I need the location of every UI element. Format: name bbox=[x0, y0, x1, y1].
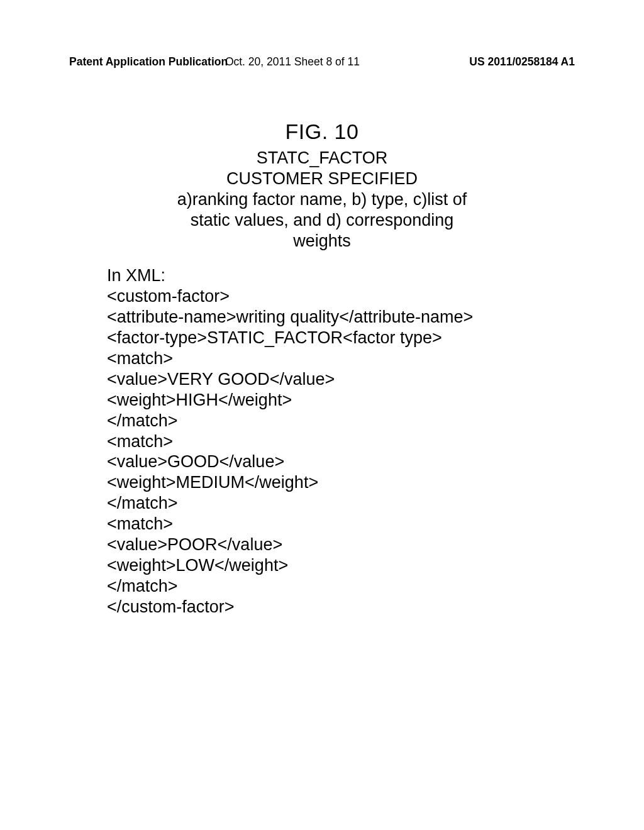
xml-line: <weight>LOW</weight> bbox=[107, 555, 473, 576]
xml-line: <attribute-name>writing quality</attribu… bbox=[107, 307, 473, 328]
xml-line: <custom-factor> bbox=[107, 286, 473, 307]
subtitle-line-1: STATC_FACTOR bbox=[0, 148, 644, 169]
figure-title: FIG. 10 bbox=[0, 119, 644, 144]
header-date-sheet: Oct. 20, 2011 Sheet 8 of 11 bbox=[225, 55, 360, 69]
subtitle-line-2: CUSTOMER SPECIFIED bbox=[0, 169, 644, 189]
subtitle-line-5: weights bbox=[0, 231, 644, 252]
xml-line: <weight>HIGH</weight> bbox=[107, 390, 473, 411]
figure-heading-block: FIG. 10 STATC_FACTOR CUSTOMER SPECIFIED … bbox=[0, 119, 644, 269]
header-publication-label: Patent Application Publication bbox=[69, 55, 228, 69]
subtitle-line-3: a)ranking factor name, b) type, c)list o… bbox=[0, 189, 644, 210]
page-header: Patent Application Publication Oct. 20, … bbox=[0, 55, 644, 69]
xml-line: <value>GOOD</value> bbox=[107, 451, 473, 472]
xml-line: </match> bbox=[107, 576, 473, 597]
figure-subtitle-block: STATC_FACTOR CUSTOMER SPECIFIED a)rankin… bbox=[0, 148, 644, 252]
xml-line: </match> bbox=[107, 493, 473, 514]
xml-line: <match> bbox=[107, 514, 473, 534]
xml-line: </match> bbox=[107, 411, 473, 431]
xml-line: <weight>MEDIUM</weight> bbox=[107, 472, 473, 493]
xml-line: <value>POOR</value> bbox=[107, 534, 473, 555]
xml-line: In XML: bbox=[107, 265, 473, 286]
subtitle-line-4: static values, and d) corresponding bbox=[0, 210, 644, 231]
xml-line: </custom-factor> bbox=[107, 597, 473, 617]
header-patent-number: US 2011/0258184 A1 bbox=[469, 55, 575, 69]
xml-line: <match> bbox=[107, 431, 473, 452]
xml-line: <value>VERY GOOD</value> bbox=[107, 369, 473, 390]
xml-code-block: In XML: <custom-factor> <attribute-name>… bbox=[107, 265, 473, 617]
xml-line: <match> bbox=[107, 348, 473, 369]
xml-line: <factor-type>STATIC_FACTOR<factor type> bbox=[107, 328, 473, 348]
